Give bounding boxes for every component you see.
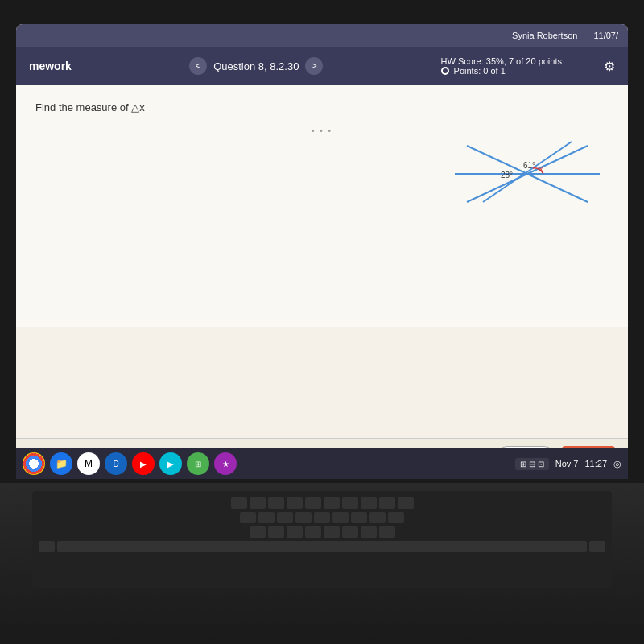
key	[361, 497, 377, 509]
key	[342, 526, 358, 538]
date-display: 11/07/	[593, 31, 618, 40]
key	[324, 497, 340, 509]
docs-icon[interactable]: D	[105, 452, 127, 475]
play-icon[interactable]: ▶	[159, 452, 182, 475]
score-section: HW Score: 35%, 7 of 20 points Points: 0 …	[441, 56, 562, 76]
space-key	[57, 541, 587, 552]
top-bar: Synia Robertson 11/07/	[16, 24, 628, 47]
points-label: Points: 0 of 1	[454, 66, 506, 76]
svg-line-3	[483, 142, 572, 202]
key	[351, 512, 367, 523]
key	[250, 497, 266, 509]
key	[268, 497, 284, 509]
svg-text:28°: 28°	[501, 171, 513, 180]
keyboard	[32, 491, 612, 588]
system-icon-text: ⊞ ⊟ ⊡	[520, 460, 544, 469]
main-content: Find the measure of △x 61° x 28° • • •	[16, 85, 628, 327]
app-icon-1[interactable]: ⊞	[187, 452, 209, 475]
key-row-2	[39, 512, 605, 523]
key	[398, 497, 414, 509]
app-icon-2[interactable]: ★	[214, 452, 237, 475]
homework-title: mework	[29, 60, 72, 72]
key	[39, 541, 55, 552]
key-row-3	[39, 526, 605, 538]
key	[342, 497, 358, 509]
taskbar: 📁 M D ▶ ▶ ⊞ ★ ⊞ ⊟ ⊡ Nov 7 11:27 ◎	[16, 448, 628, 479]
key	[388, 512, 404, 523]
circle-icon	[441, 67, 449, 75]
key	[240, 512, 256, 523]
files-icon[interactable]: 📁	[50, 452, 72, 475]
key	[287, 497, 303, 509]
next-question-button[interactable]: >	[305, 57, 323, 75]
key	[379, 526, 395, 538]
svg-text:61°: 61°	[523, 161, 535, 170]
youtube-icon[interactable]: ▶	[132, 452, 155, 475]
username: Synia Robertson	[512, 31, 577, 40]
key	[305, 526, 321, 538]
key	[295, 512, 312, 523]
key	[287, 526, 303, 538]
key	[231, 497, 247, 509]
system-icons: ⊞ ⊟ ⊡	[515, 458, 549, 470]
hw-score: HW Score: 35%, 7 of 20 points	[441, 56, 562, 66]
geometry-diagram: 61° x 28°	[443, 130, 612, 218]
taskbar-right: ⊞ ⊟ ⊡ Nov 7 11:27 ◎	[515, 458, 621, 470]
key	[268, 526, 284, 538]
key	[332, 512, 349, 523]
key	[277, 512, 293, 523]
gmail-icon[interactable]: M	[77, 452, 100, 475]
taskbar-date: Nov 7	[555, 459, 579, 469]
key	[379, 497, 395, 509]
key	[314, 512, 330, 523]
wifi-icon: ◎	[613, 459, 621, 469]
prev-question-button[interactable]: <	[189, 57, 207, 75]
key	[369, 512, 386, 523]
laptop-screen: Synia Robertson 11/07/ mework < Question…	[16, 24, 628, 475]
laptop-keyboard-area	[0, 483, 644, 644]
nav-bar: mework < Question 8, 8.2.30 > HW Score: …	[16, 47, 628, 85]
problem-instruction: Find the measure of △x	[35, 101, 609, 114]
user-info: Synia Robertson 11/07/	[512, 31, 618, 40]
key	[305, 497, 321, 509]
question-nav: < Question 8, 8.2.30 >	[189, 57, 323, 75]
key	[250, 526, 266, 538]
key	[361, 526, 377, 538]
key	[258, 512, 275, 523]
key	[589, 541, 605, 552]
key-row-1	[39, 497, 605, 509]
chrome-icon[interactable]	[23, 452, 45, 475]
svg-text:x: x	[539, 165, 543, 173]
key	[324, 526, 340, 538]
settings-icon[interactable]: ⚙	[604, 59, 615, 74]
points-row: Points: 0 of 1	[441, 66, 562, 76]
taskbar-time: 11:27	[584, 459, 607, 469]
question-label: Question 8, 8.2.30	[213, 60, 299, 72]
key-row-4	[39, 541, 605, 552]
